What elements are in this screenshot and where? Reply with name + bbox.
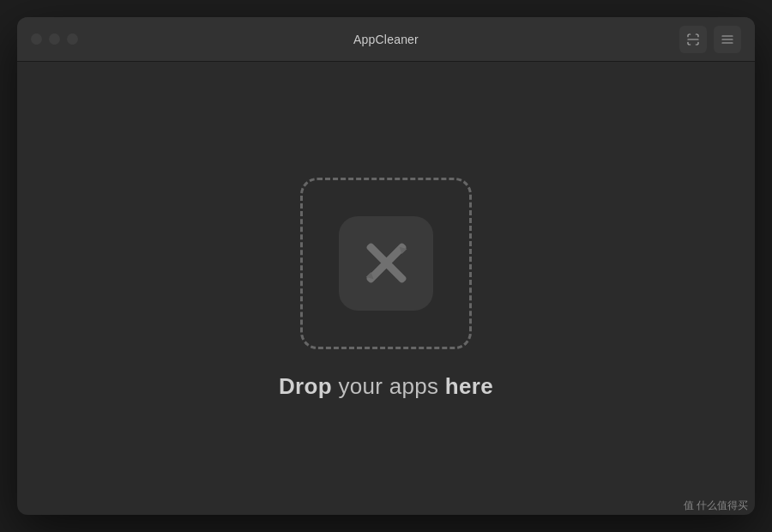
scan-icon <box>686 33 700 46</box>
menu-icon <box>721 33 734 46</box>
app-window: AppCleaner <box>17 17 755 515</box>
drop-text-drop: Drop <box>279 373 332 399</box>
toolbar-buttons <box>679 26 741 53</box>
maximize-button[interactable] <box>67 33 78 45</box>
titlebar: AppCleaner <box>17 17 755 62</box>
menu-button[interactable] <box>714 26 741 53</box>
close-button[interactable] <box>31 33 42 45</box>
main-content: Drop your apps here <box>17 62 755 515</box>
app-icon-container <box>339 216 433 311</box>
traffic-lights <box>31 33 78 45</box>
app-store-icon <box>354 231 419 295</box>
scan-button[interactable] <box>679 26 707 53</box>
drop-text: Drop your apps here <box>279 373 493 400</box>
drop-zone[interactable] <box>300 178 472 349</box>
watermark: 值 什么值得买 <box>684 499 748 513</box>
window-title: AppCleaner <box>353 33 419 46</box>
minimize-button[interactable] <box>49 33 60 45</box>
drop-text-here: here <box>445 373 493 399</box>
